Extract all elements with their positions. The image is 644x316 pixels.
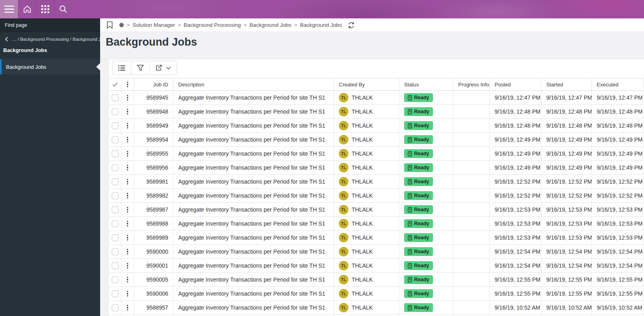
select-all-header[interactable] [109,78,121,90]
row-menu-kebab-icon[interactable] [125,149,130,158]
row-menu-kebab-icon[interactable] [125,191,130,200]
row-menu-kebab-icon[interactable] [125,261,130,270]
row-menu-kebab-icon[interactable] [125,93,130,102]
breadcrumb-segment-1[interactable]: Background Processing [184,22,241,28]
export-icon [155,64,162,71]
column-header-created-by[interactable]: Created By [334,78,399,90]
row-checkbox[interactable] [112,122,119,129]
bookmark-icon[interactable] [107,21,113,29]
started-cell: 9/16/19, 12:52 PM [541,175,592,188]
table-row[interactable]: 9589949 Aggregate Inventory Transactions… [109,119,644,133]
breadcrumb-segment-0[interactable]: Solution Manager [133,22,175,28]
table-row[interactable]: 9589989 Aggregate Inventory Transactions… [109,231,644,245]
table-row[interactable]: 9590000 Aggregate Inventory Transactions… [109,245,644,259]
status-label: Ready [414,305,429,310]
app-grid-button[interactable] [36,0,54,18]
status-dot[interactable] [119,23,124,27]
status-badge: Ready [404,233,433,242]
column-header-job-id[interactable]: Job ID [134,78,173,90]
table-row[interactable]: 9589948 Aggregate Inventory Transactions… [109,105,644,119]
search-button[interactable] [54,0,72,18]
status-label: Ready [414,193,429,198]
row-menu-kebab-icon[interactable] [125,107,130,116]
find-page-button[interactable]: Find page [0,18,100,32]
job-id-cell: 9589954 [134,133,173,146]
description-cell: Aggregate Inventory Transactions per Per… [173,245,334,258]
column-header-executed[interactable]: Executed [592,78,644,90]
table-row[interactable]: 9590006 Aggregate Inventory Transactions… [109,287,644,301]
row-checkbox[interactable] [112,220,119,227]
export-button[interactable] [149,61,177,74]
row-menu-kebab-icon[interactable] [125,275,130,284]
row-menu-kebab-icon[interactable] [125,121,130,130]
progress-info-cell [453,203,490,216]
column-header-started[interactable]: Started [541,78,592,90]
row-menu-kebab-icon[interactable] [125,289,130,298]
table-row[interactable]: 9589988 Aggregate Inventory Transactions… [109,217,644,231]
row-checkbox[interactable] [112,150,119,157]
table-row[interactable]: 9589956 Aggregate Inventory Transactions… [109,161,644,175]
row-checkbox[interactable] [112,206,119,213]
row-menu-kebab-icon[interactable] [125,177,130,186]
executed-cell: 9/16/19, 12:52 PM [592,189,644,202]
table-row[interactable]: 9589982 Aggregate Inventory Transactions… [109,189,644,203]
document-icon [408,137,412,142]
hamburger-menu-button[interactable] [0,0,18,18]
row-checkbox[interactable] [112,276,119,283]
created-by-cell: TL THLALK [334,203,399,216]
row-checkbox[interactable] [112,234,119,241]
started-cell: 9/16/19, 12:54 PM [541,245,592,258]
list-view-button[interactable] [113,61,131,74]
table-row[interactable]: 9589954 Aggregate Inventory Transactions… [109,133,644,147]
column-header-description[interactable]: Description [173,78,334,90]
column-header-progress-info[interactable]: Progress Info [453,78,490,90]
table-row[interactable]: 9589987 Aggregate Inventory Transactions… [109,203,644,217]
row-checkbox[interactable] [112,262,119,269]
row-menu-kebab-icon[interactable] [125,219,130,228]
row-menu-header[interactable] [121,78,134,90]
row-checkbox[interactable] [112,178,119,185]
breadcrumb-segment-2[interactable]: Background Jobs [250,22,291,28]
row-checkbox[interactable] [112,136,119,143]
column-header-status[interactable]: Status [399,78,453,90]
avatar: TL [339,93,348,102]
row-menu-kebab-icon[interactable] [125,205,130,214]
row-checkbox[interactable] [112,248,119,255]
progress-info-cell [453,259,490,272]
row-checkbox[interactable] [112,164,119,171]
row-checkbox[interactable] [112,304,119,311]
table-row[interactable]: 9588957 Aggregate Inventory Transactions… [109,301,644,315]
document-icon [408,207,412,212]
status-cell: Ready [399,259,453,272]
breadcrumb-segment-3[interactable]: Background Jobs [300,22,342,28]
row-checkbox[interactable] [112,192,119,199]
document-icon [408,235,412,240]
row-menu-kebab-icon[interactable] [125,135,130,144]
row-menu-kebab-icon[interactable] [125,247,130,256]
description-cell: Aggregate Inventory Transactions per Per… [173,273,334,286]
table-row[interactable]: 9590001 Aggregate Inventory Transactions… [109,259,644,273]
row-checkbox[interactable] [112,108,119,115]
table-row[interactable]: 9589955 Aggregate Inventory Transactions… [109,147,644,161]
home-button[interactable] [18,0,36,18]
status-label: Ready [414,179,429,184]
filter-button[interactable] [131,61,149,74]
table-row[interactable]: 9589981 Aggregate Inventory Transactions… [109,175,644,189]
row-checkbox[interactable] [112,290,119,297]
row-menu-kebab-icon[interactable] [125,163,130,172]
column-header-posted[interactable]: Posted [490,78,541,90]
sidebar-back-button[interactable]: ... / Background Processing / Background… [0,32,100,42]
job-id-cell: 9589948 [134,105,173,118]
row-menu-kebab-icon[interactable] [125,233,130,242]
table-row[interactable]: 9589945 Aggregate Inventory Transactions… [109,91,644,105]
row-menu-kebab-icon[interactable] [125,303,130,312]
row-checkbox[interactable] [112,94,119,101]
document-icon [408,123,412,128]
posted-cell: 9/16/19, 12:47 PM [490,91,541,104]
sidebar-item-background-jobs[interactable]: Background Jobs [0,59,100,74]
status-cell: Ready [399,105,453,118]
table-row[interactable]: 9590005 Aggregate Inventory Transactions… [109,273,644,287]
creator-name: THLALK [352,178,373,185]
refresh-icon[interactable] [348,22,355,29]
creator-name: THLALK [352,150,373,157]
